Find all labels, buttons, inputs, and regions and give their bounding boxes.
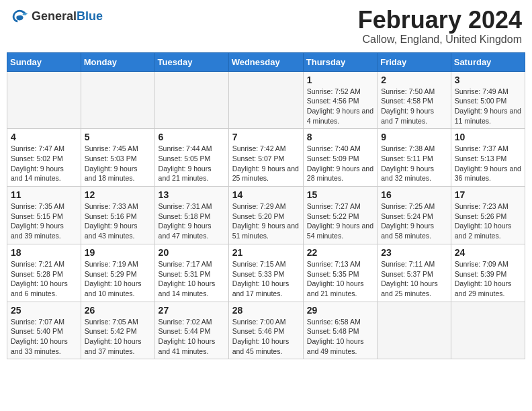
calendar-cell: 22Sunrise: 7:13 AM Sunset: 5:35 PM Dayli… — [303, 244, 377, 302]
day-number: 7 — [232, 132, 300, 142]
calendar-cell — [7, 71, 81, 129]
calendar-cell: 2Sunrise: 7:50 AM Sunset: 4:58 PM Daylig… — [378, 71, 451, 129]
day-number: 12 — [85, 189, 151, 200]
calendar-cell: 1Sunrise: 7:52 AM Sunset: 4:56 PM Daylig… — [303, 71, 377, 129]
day-number: 14 — [232, 189, 300, 200]
calendar-cell: 24Sunrise: 7:09 AM Sunset: 5:39 PM Dayli… — [451, 244, 525, 302]
day-info: Sunrise: 7:11 AM Sunset: 5:37 PM Dayligh… — [381, 259, 447, 299]
day-number: 9 — [381, 132, 447, 142]
day-number: 6 — [159, 132, 225, 142]
day-number: 24 — [455, 247, 521, 258]
calendar-cell: 21Sunrise: 7:15 AM Sunset: 5:33 PM Dayli… — [228, 244, 303, 302]
day-info: Sunrise: 7:07 AM Sunset: 5:40 PM Dayligh… — [11, 317, 77, 357]
day-info: Sunrise: 7:49 AM Sunset: 5:00 PM Dayligh… — [455, 87, 521, 126]
calendar-cell: 27Sunrise: 7:02 AM Sunset: 5:44 PM Dayli… — [154, 302, 228, 359]
day-number: 8 — [307, 132, 373, 142]
month-year-title: February 2024 — [358, 7, 522, 34]
calendar-cell: 11Sunrise: 7:35 AM Sunset: 5:15 PM Dayli… — [7, 187, 81, 244]
day-info: Sunrise: 7:27 AM Sunset: 5:22 PM Dayligh… — [307, 201, 373, 241]
calendar-cell: 26Sunrise: 7:05 AM Sunset: 5:42 PM Dayli… — [81, 302, 154, 359]
calendar-header-tuesday: Tuesday — [154, 52, 228, 71]
day-info: Sunrise: 7:38 AM Sunset: 5:11 PM Dayligh… — [381, 144, 447, 183]
day-number: 26 — [85, 305, 151, 316]
calendar-header-wednesday: Wednesday — [228, 52, 303, 71]
day-info: Sunrise: 7:02 AM Sunset: 5:44 PM Dayligh… — [159, 317, 225, 357]
calendar-cell: 10Sunrise: 7:37 AM Sunset: 5:13 PM Dayli… — [451, 129, 525, 187]
calendar-week-row: 18Sunrise: 7:21 AM Sunset: 5:28 PM Dayli… — [7, 244, 525, 302]
logo: GeneralBlue — [10, 7, 103, 26]
day-info: Sunrise: 7:17 AM Sunset: 5:31 PM Dayligh… — [159, 259, 225, 299]
day-info: Sunrise: 7:00 AM Sunset: 5:46 PM Dayligh… — [232, 317, 300, 357]
calendar-header-thursday: Thursday — [303, 52, 377, 71]
day-number: 11 — [11, 189, 77, 200]
day-number: 4 — [11, 132, 77, 142]
day-number: 27 — [159, 305, 225, 316]
day-number: 28 — [232, 305, 300, 316]
calendar-cell: 28Sunrise: 7:00 AM Sunset: 5:46 PM Dayli… — [228, 302, 303, 359]
calendar-cell: 12Sunrise: 7:33 AM Sunset: 5:16 PM Dayli… — [81, 187, 154, 244]
day-number: 22 — [307, 247, 373, 258]
calendar-cell: 17Sunrise: 7:23 AM Sunset: 5:26 PM Dayli… — [451, 187, 525, 244]
calendar-cell: 3Sunrise: 7:49 AM Sunset: 5:00 PM Daylig… — [451, 71, 525, 129]
calendar-cell: 14Sunrise: 7:29 AM Sunset: 5:20 PM Dayli… — [228, 187, 303, 244]
calendar-cell: 4Sunrise: 7:47 AM Sunset: 5:02 PM Daylig… — [7, 129, 81, 187]
calendar-cell — [451, 302, 525, 359]
calendar-cell: 9Sunrise: 7:38 AM Sunset: 5:11 PM Daylig… — [378, 129, 451, 187]
day-info: Sunrise: 7:52 AM Sunset: 4:56 PM Dayligh… — [307, 87, 373, 126]
day-info: Sunrise: 7:50 AM Sunset: 4:58 PM Dayligh… — [381, 87, 447, 126]
calendar-cell — [154, 71, 228, 129]
calendar-cell: 7Sunrise: 7:42 AM Sunset: 5:07 PM Daylig… — [228, 129, 303, 187]
day-number: 19 — [85, 247, 151, 258]
day-info: Sunrise: 7:37 AM Sunset: 5:13 PM Dayligh… — [455, 144, 521, 183]
calendar-cell: 13Sunrise: 7:31 AM Sunset: 5:18 PM Dayli… — [154, 187, 228, 244]
calendar-cell: 23Sunrise: 7:11 AM Sunset: 5:37 PM Dayli… — [378, 244, 451, 302]
day-info: Sunrise: 7:31 AM Sunset: 5:18 PM Dayligh… — [159, 201, 225, 241]
calendar-cell — [81, 71, 154, 129]
calendar-header-monday: Monday — [81, 52, 154, 71]
calendar-cell: 20Sunrise: 7:17 AM Sunset: 5:31 PM Dayli… — [154, 244, 228, 302]
day-number: 25 — [11, 305, 77, 316]
day-number: 18 — [11, 247, 77, 258]
day-info: Sunrise: 7:47 AM Sunset: 5:02 PM Dayligh… — [11, 144, 77, 183]
day-info: Sunrise: 7:25 AM Sunset: 5:24 PM Dayligh… — [381, 201, 447, 241]
calendar-cell: 25Sunrise: 7:07 AM Sunset: 5:40 PM Dayli… — [7, 302, 81, 359]
day-number: 1 — [307, 75, 373, 85]
day-info: Sunrise: 7:23 AM Sunset: 5:26 PM Dayligh… — [455, 201, 521, 241]
day-number: 2 — [381, 75, 447, 85]
day-info: Sunrise: 6:58 AM Sunset: 5:48 PM Dayligh… — [307, 317, 373, 357]
location-subtitle: Callow, England, United Kingdom — [358, 34, 522, 46]
calendar-cell: 18Sunrise: 7:21 AM Sunset: 5:28 PM Dayli… — [7, 244, 81, 302]
calendar-cell: 29Sunrise: 6:58 AM Sunset: 5:48 PM Dayli… — [303, 302, 377, 359]
calendar-cell: 5Sunrise: 7:45 AM Sunset: 5:03 PM Daylig… — [81, 129, 154, 187]
calendar-week-row: 4Sunrise: 7:47 AM Sunset: 5:02 PM Daylig… — [7, 129, 525, 187]
day-info: Sunrise: 7:29 AM Sunset: 5:20 PM Dayligh… — [232, 201, 300, 241]
page-header: GeneralBlue February 2024 Callow, Englan… — [7, 7, 525, 46]
calendar-cell: 8Sunrise: 7:40 AM Sunset: 5:09 PM Daylig… — [303, 129, 377, 187]
calendar-cell: 19Sunrise: 7:19 AM Sunset: 5:29 PM Dayli… — [81, 244, 154, 302]
logo-blue-text: Blue — [77, 9, 103, 23]
day-info: Sunrise: 7:44 AM Sunset: 5:05 PM Dayligh… — [159, 144, 225, 183]
calendar-cell: 15Sunrise: 7:27 AM Sunset: 5:22 PM Dayli… — [303, 187, 377, 244]
day-number: 3 — [455, 75, 521, 85]
calendar-cell — [378, 302, 451, 359]
calendar-cell: 6Sunrise: 7:44 AM Sunset: 5:05 PM Daylig… — [154, 129, 228, 187]
day-info: Sunrise: 7:42 AM Sunset: 5:07 PM Dayligh… — [232, 144, 300, 183]
day-info: Sunrise: 7:15 AM Sunset: 5:33 PM Dayligh… — [232, 259, 300, 299]
day-number: 5 — [85, 132, 151, 142]
calendar-cell: 16Sunrise: 7:25 AM Sunset: 5:24 PM Dayli… — [378, 187, 451, 244]
day-number: 23 — [381, 247, 447, 258]
calendar-week-row: 1Sunrise: 7:52 AM Sunset: 4:56 PM Daylig… — [7, 71, 525, 129]
day-number: 29 — [307, 305, 373, 316]
day-info: Sunrise: 7:05 AM Sunset: 5:42 PM Dayligh… — [85, 317, 151, 357]
day-number: 10 — [455, 132, 521, 142]
calendar-header-friday: Friday — [378, 52, 451, 71]
calendar-week-row: 11Sunrise: 7:35 AM Sunset: 5:15 PM Dayli… — [7, 187, 525, 244]
day-info: Sunrise: 7:21 AM Sunset: 5:28 PM Dayligh… — [11, 259, 77, 299]
day-info: Sunrise: 7:19 AM Sunset: 5:29 PM Dayligh… — [85, 259, 151, 299]
day-info: Sunrise: 7:40 AM Sunset: 5:09 PM Dayligh… — [307, 144, 373, 183]
day-number: 21 — [232, 247, 300, 258]
day-info: Sunrise: 7:33 AM Sunset: 5:16 PM Dayligh… — [85, 201, 151, 241]
day-number: 13 — [159, 189, 225, 200]
day-number: 15 — [307, 189, 373, 200]
calendar-header-saturday: Saturday — [451, 52, 525, 71]
